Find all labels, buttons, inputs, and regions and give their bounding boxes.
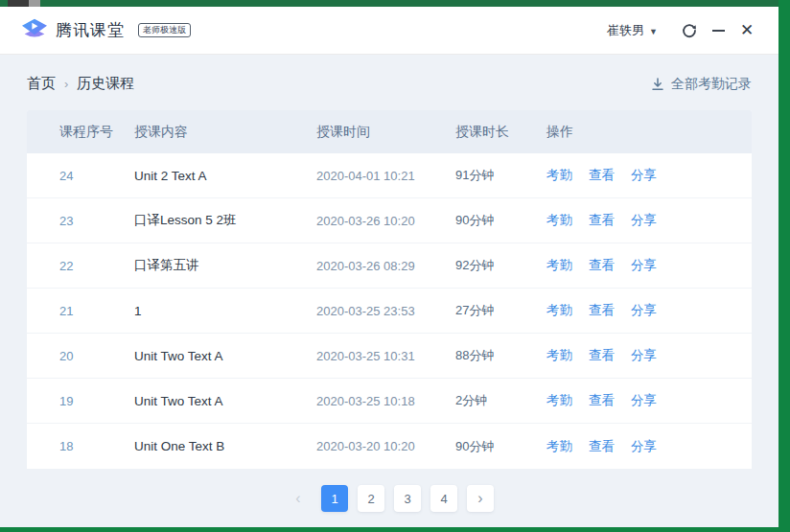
course-no: 18 xyxy=(59,439,134,453)
background-window-right-edge xyxy=(778,0,790,532)
header-right: 崔轶男 ▼ ✕ xyxy=(607,16,761,45)
app-window: 腾讯课堂 老师极速版 崔轶男 ▼ ✕ 首页 › 历史课程 xyxy=(0,7,778,527)
download-all-label: 全部考勤记录 xyxy=(671,76,752,93)
page-button-4[interactable]: 4 xyxy=(430,485,457,512)
user-menu[interactable]: 崔轶男 ▼ xyxy=(607,22,675,39)
close-icon: ✕ xyxy=(740,22,754,38)
share-link[interactable]: 分享 xyxy=(631,347,657,364)
course-time: 2020-03-25 23:53 xyxy=(316,304,455,318)
view-link[interactable]: 查看 xyxy=(589,167,615,184)
table-row: 18 Unit One Text B 2020-03-20 10:20 90分钟… xyxy=(27,424,752,469)
view-link[interactable]: 查看 xyxy=(589,257,615,274)
minimize-button[interactable] xyxy=(704,16,732,45)
course-time: 2020-04-01 10:21 xyxy=(316,169,455,183)
background-window-titlebar xyxy=(0,0,790,7)
view-link[interactable]: 查看 xyxy=(589,392,615,409)
course-content: 口译Lesson 5 2班 xyxy=(134,212,316,229)
user-name: 崔轶男 xyxy=(607,22,644,39)
share-link[interactable]: 分享 xyxy=(631,392,657,409)
course-table: 课程序号 授课内容 授课时间 授课时长 操作 24 Unit 2 Text A … xyxy=(27,110,752,469)
table-row: 20 Unit Two Text A 2020-03-25 10:31 88分钟… xyxy=(27,334,752,379)
app-header: 腾讯课堂 老师极速版 崔轶男 ▼ ✕ xyxy=(0,7,778,55)
view-link[interactable]: 查看 xyxy=(589,212,615,229)
page-button-1[interactable]: 1 xyxy=(321,485,348,512)
course-no: 20 xyxy=(59,349,134,363)
tencent-classroom-logo-icon xyxy=(21,18,48,43)
course-duration: 92分钟 xyxy=(455,257,546,274)
attendance-link[interactable]: 考勤 xyxy=(546,212,572,229)
attendance-link[interactable]: 考勤 xyxy=(546,347,572,364)
course-no: 22 xyxy=(59,259,134,273)
attendance-link[interactable]: 考勤 xyxy=(546,302,572,319)
breadcrumb-current: 历史课程 xyxy=(77,75,134,93)
table-row: 21 1 2020-03-25 23:53 27分钟 考勤 查看 分享 xyxy=(27,289,752,334)
attendance-link[interactable]: 考勤 xyxy=(546,167,572,184)
col-header-content: 授课内容 xyxy=(134,124,316,141)
view-link[interactable]: 查看 xyxy=(589,347,615,364)
course-content: Unit 2 Text A xyxy=(134,169,316,183)
col-header-actions: 操作 xyxy=(546,124,752,141)
course-no: 24 xyxy=(59,169,134,183)
course-content: Unit One Text B xyxy=(134,439,316,453)
share-link[interactable]: 分享 xyxy=(631,167,657,184)
download-icon xyxy=(651,78,664,91)
share-link[interactable]: 分享 xyxy=(631,438,657,455)
pagination: ‹ 1 2 3 4 › xyxy=(0,485,778,512)
chevron-down-icon: ▼ xyxy=(649,27,658,36)
close-button[interactable]: ✕ xyxy=(732,16,761,45)
background-window-tab xyxy=(8,0,29,7)
breadcrumb: 首页 › 历史课程 全部考勤记录 xyxy=(0,55,778,110)
view-link[interactable]: 查看 xyxy=(589,438,615,455)
course-time: 2020-03-26 10:20 xyxy=(316,214,455,228)
course-duration: 27分钟 xyxy=(455,302,546,319)
background-window-bottom-edge xyxy=(0,527,790,532)
background-window-tab-highlight xyxy=(29,0,40,7)
col-header-duration: 授课时长 xyxy=(455,124,546,141)
attendance-link[interactable]: 考勤 xyxy=(546,438,572,455)
table-row: 24 Unit 2 Text A 2020-04-01 10:21 91分钟 考… xyxy=(27,153,752,198)
table-row: 23 口译Lesson 5 2班 2020-03-26 10:20 90分钟 考… xyxy=(27,198,752,243)
next-page-button[interactable]: › xyxy=(467,485,494,512)
course-time: 2020-03-25 10:18 xyxy=(316,394,455,408)
course-content: 口译第五讲 xyxy=(134,257,316,274)
app-title: 腾讯课堂 xyxy=(56,19,125,41)
brand: 腾讯课堂 老师极速版 xyxy=(21,18,191,43)
refresh-icon xyxy=(682,23,697,38)
course-no: 19 xyxy=(59,394,134,408)
share-link[interactable]: 分享 xyxy=(631,257,657,274)
course-duration: 91分钟 xyxy=(455,167,546,184)
attendance-link[interactable]: 考勤 xyxy=(546,257,572,274)
col-header-course-no: 课程序号 xyxy=(59,124,134,141)
course-no: 23 xyxy=(59,214,134,228)
course-content: Unit Two Text A xyxy=(134,394,316,408)
breadcrumb-separator: › xyxy=(64,77,68,91)
course-content: 1 xyxy=(134,304,316,318)
course-no: 21 xyxy=(59,304,134,318)
share-link[interactable]: 分享 xyxy=(631,302,657,319)
attendance-link[interactable]: 考勤 xyxy=(546,392,572,409)
download-all-attendance-link[interactable]: 全部考勤记录 xyxy=(651,76,752,93)
course-time: 2020-03-25 10:31 xyxy=(316,349,455,363)
share-link[interactable]: 分享 xyxy=(631,212,657,229)
page-button-3[interactable]: 3 xyxy=(394,485,421,512)
table-row: 22 口译第五讲 2020-03-26 08:29 92分钟 考勤 查看 分享 xyxy=(27,243,752,289)
course-time: 2020-03-20 10:20 xyxy=(316,439,455,453)
page-button-2[interactable]: 2 xyxy=(358,485,384,512)
course-duration: 90分钟 xyxy=(455,438,546,455)
prev-page-button[interactable]: ‹ xyxy=(285,485,312,512)
course-duration: 90分钟 xyxy=(455,212,546,229)
breadcrumb-home[interactable]: 首页 xyxy=(27,75,56,93)
refresh-button[interactable] xyxy=(675,16,704,45)
table-row: 19 Unit Two Text A 2020-03-25 10:18 2分钟 … xyxy=(27,379,752,424)
view-link[interactable]: 查看 xyxy=(589,302,615,319)
edition-badge: 老师极速版 xyxy=(138,23,191,37)
col-header-time: 授课时间 xyxy=(316,124,455,141)
course-duration: 2分钟 xyxy=(455,392,546,409)
minimize-icon xyxy=(712,30,725,32)
table-header-row: 课程序号 授课内容 授课时间 授课时长 操作 xyxy=(27,110,752,153)
course-content: Unit Two Text A xyxy=(134,349,316,363)
course-duration: 88分钟 xyxy=(455,347,546,364)
course-time: 2020-03-26 08:29 xyxy=(316,259,455,273)
